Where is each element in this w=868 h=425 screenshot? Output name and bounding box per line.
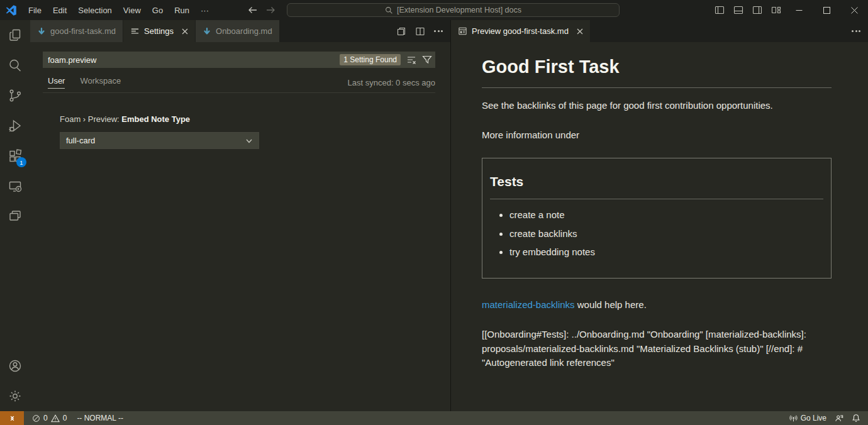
link-references: [[Onboarding#Tests]: ../Onboarding.md "O… xyxy=(482,328,832,370)
settings-sync-status: Last synced: 0 secs ago xyxy=(348,78,435,87)
settings-result-count-badge: 1 Setting Found xyxy=(340,54,401,65)
left-tabstrip: good-first-task.md Settings Onboarding. xyxy=(30,20,450,42)
run-debug-icon[interactable] xyxy=(0,111,30,141)
markdown-preview: Good First Task See the backlinks of thi… xyxy=(451,42,868,411)
embedded-note-list: create a note create backlinks try embed… xyxy=(490,208,823,260)
more-actions-icon[interactable] xyxy=(434,30,443,32)
materialized-backlinks-link[interactable]: materialized-backlinks xyxy=(482,299,575,310)
list-item: create a note xyxy=(509,208,823,223)
setting-foam-preview-embed-note-type: Foam › Preview: Embed Note Type full-car… xyxy=(60,114,450,149)
list-item: create backlinks xyxy=(509,227,823,241)
problems-indicator[interactable]: 0 0 xyxy=(32,414,67,422)
markdown-file-icon xyxy=(37,27,46,36)
settings-scope-workspace-tab[interactable]: Workspace xyxy=(80,76,121,89)
toggle-sidebar-icon[interactable] xyxy=(715,5,725,15)
accounts-icon[interactable] xyxy=(0,351,30,381)
settings-scope-user-tab[interactable]: User xyxy=(48,76,65,89)
vscode-logo-icon xyxy=(6,5,16,16)
warning-count: 0 xyxy=(63,414,67,422)
tab-good-first-task[interactable]: good-first-task.md xyxy=(30,20,123,42)
toggle-panel-icon[interactable] xyxy=(733,5,743,15)
vim-mode-indicator[interactable]: -- NORMAL -- xyxy=(77,414,123,422)
menu-view[interactable]: View xyxy=(118,3,147,18)
command-center-title: [Extension Development Host] docs xyxy=(397,6,521,14)
preview-heading: Good First Task xyxy=(482,52,832,88)
setting-name: Embed Note Type xyxy=(121,114,190,124)
right-tabstrip: Preview good-first-task.md xyxy=(451,20,868,42)
notifications-bell-icon[interactable] xyxy=(852,414,860,422)
tab-label: Onboarding.md xyxy=(216,26,272,36)
close-tab-icon[interactable] xyxy=(182,28,188,35)
search-icon xyxy=(385,6,393,14)
extensions-icon[interactable]: 1 xyxy=(0,141,30,171)
tab-label: good-first-task.md xyxy=(50,26,116,36)
menu-selection[interactable]: Selection xyxy=(72,3,117,18)
search-view-icon[interactable] xyxy=(0,50,30,80)
activity-bar: 1 xyxy=(0,20,30,411)
broadcast-icon xyxy=(789,414,798,422)
error-count: 0 xyxy=(43,414,48,422)
nav-forward-icon[interactable] xyxy=(265,5,275,15)
settings-editor: 1 Setting Found User Workspace Last sync… xyxy=(30,42,450,411)
menu-run[interactable]: Run xyxy=(169,3,195,18)
remote-explorer-icon[interactable] xyxy=(0,171,30,201)
tab-preview-good-first-task[interactable]: Preview good-first-task.md xyxy=(451,20,591,42)
customize-layout-icon[interactable] xyxy=(771,5,781,15)
list-item: try embedding notes xyxy=(509,245,823,260)
go-live-label: Go Live xyxy=(801,414,826,422)
markdown-preview-icon xyxy=(458,26,467,36)
more-actions-icon[interactable] xyxy=(852,30,860,32)
close-window-button[interactable] xyxy=(840,0,868,20)
settings-editor-icon xyxy=(130,26,140,36)
setting-label: Foam › Preview: Embed Note Type xyxy=(60,114,450,124)
menu-more[interactable]: ··· xyxy=(195,3,214,18)
close-tab-icon[interactable] xyxy=(577,28,583,35)
explorer-icon[interactable] xyxy=(0,20,30,50)
open-settings-json-icon[interactable] xyxy=(396,26,406,36)
left-editor-group: good-first-task.md Settings Onboarding. xyxy=(30,20,450,411)
extensions-badge: 1 xyxy=(16,157,26,167)
menu-edit[interactable]: Edit xyxy=(47,3,72,18)
embedded-note-heading: Tests xyxy=(490,172,823,200)
warning-icon xyxy=(51,414,60,422)
tab-onboarding[interactable]: Onboarding.md xyxy=(196,20,280,42)
chevron-down-icon xyxy=(245,137,253,145)
remote-indicator[interactable] xyxy=(0,411,24,425)
go-live-button[interactable]: Go Live xyxy=(789,414,826,422)
tab-settings[interactable]: Settings xyxy=(123,20,196,42)
toggle-secondary-sidebar-icon[interactable] xyxy=(752,5,762,15)
maximize-button[interactable] xyxy=(813,0,840,20)
menubar: File Edit Selection View Go Run ··· xyxy=(23,3,214,18)
preview-more-info: More information under xyxy=(482,128,832,143)
panels-view-icon[interactable] xyxy=(0,201,30,231)
preview-intro: See the backlinks of this page for good … xyxy=(482,99,832,113)
markdown-file-icon xyxy=(203,27,211,36)
source-control-icon[interactable] xyxy=(0,80,30,111)
titlebar: File Edit Selection View Go Run ··· [Ext… xyxy=(0,0,868,20)
command-center[interactable]: [Extension Development Host] docs xyxy=(287,3,620,17)
error-icon xyxy=(32,414,40,422)
help-rest: would help here. xyxy=(575,299,647,310)
help-paragraph: materialized-backlinks would help here. xyxy=(482,298,832,312)
clear-settings-search-icon[interactable] xyxy=(406,55,416,65)
split-editor-icon[interactable] xyxy=(415,26,425,36)
tab-label: Settings xyxy=(144,26,174,36)
status-bar: 0 0 -- NORMAL -- Go Live xyxy=(0,411,868,425)
tab-label: Preview good-first-task.md xyxy=(472,26,569,36)
minimize-button[interactable] xyxy=(785,0,813,20)
feedback-icon[interactable] xyxy=(835,414,843,422)
filter-settings-icon[interactable] xyxy=(422,55,432,65)
manage-gear-icon[interactable] xyxy=(0,381,30,411)
nav-back-icon[interactable] xyxy=(248,5,258,15)
right-editor-group: Preview good-first-task.md Good First Ta… xyxy=(450,20,868,411)
settings-divider xyxy=(43,92,435,93)
dropdown-value: full-card xyxy=(66,136,95,145)
embed-note-type-dropdown[interactable]: full-card xyxy=(60,132,259,149)
setting-category: Foam › Preview: xyxy=(60,114,121,124)
menu-go[interactable]: Go xyxy=(147,3,169,18)
embedded-note-card: Tests create a note create backlinks try… xyxy=(482,158,832,279)
menu-file[interactable]: File xyxy=(23,3,47,18)
